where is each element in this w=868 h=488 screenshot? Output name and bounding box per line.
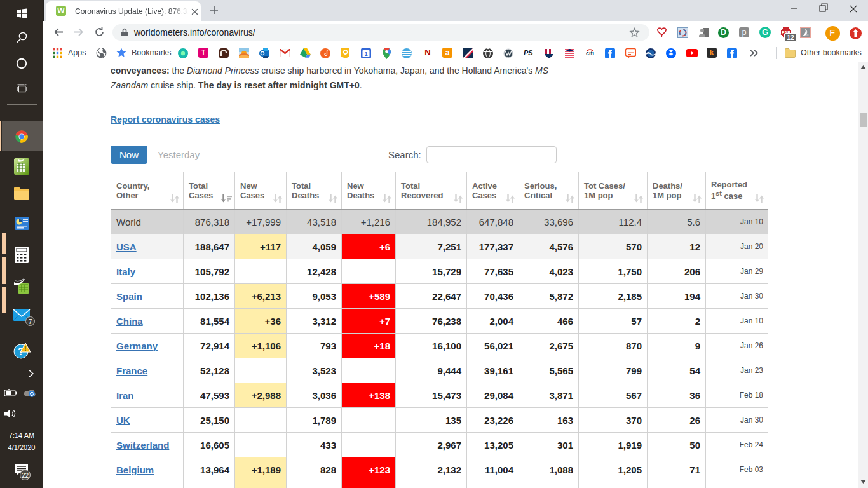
svg-text:1: 1 [365, 51, 368, 57]
svg-text:!: ! [24, 345, 26, 352]
